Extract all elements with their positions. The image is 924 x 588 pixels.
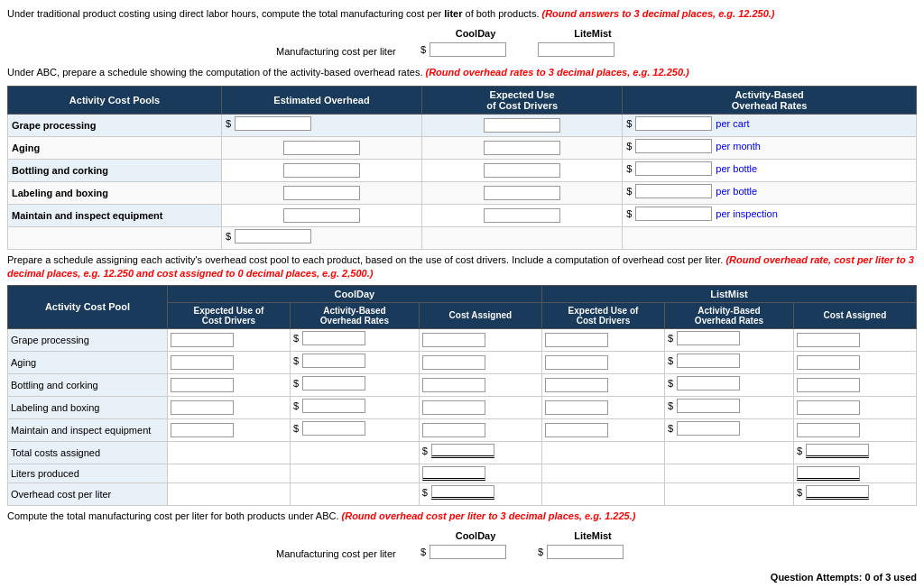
lm-cost-labeling-input[interactable] xyxy=(797,400,860,415)
litemist-header: LiteMist xyxy=(534,26,651,41)
abc-col2-header: Estimated Overhead xyxy=(221,86,421,114)
abc-total-input[interactable] xyxy=(235,229,311,243)
abc-rate-bottling: $ per bottle xyxy=(623,159,917,181)
lm-exp-use-maintain-input[interactable] xyxy=(545,423,608,437)
abc-rate-grape-input[interactable] xyxy=(635,116,712,131)
lm-total-cost-input[interactable] xyxy=(806,444,869,458)
cd-cost-aging xyxy=(419,351,541,373)
abc-exp-use-labeling-input[interactable] xyxy=(484,186,560,200)
cd-overhead-cost-input[interactable] xyxy=(431,485,494,500)
abc-rate-bottling-input[interactable] xyxy=(635,161,712,176)
intro-paragraph: Under traditional product costing using … xyxy=(7,7,917,21)
listmist-group-header: ListMist xyxy=(541,285,916,302)
abc-est-overhead-maintain-input[interactable] xyxy=(283,208,360,223)
lm-rate-aging-input[interactable] xyxy=(677,354,740,368)
cd-exp-use-aging-input[interactable] xyxy=(171,355,234,370)
sched-label-grape: Grape processing xyxy=(8,328,168,351)
cd-exp-use-aging xyxy=(167,351,290,373)
abc-est-overhead-grape-input[interactable] xyxy=(235,116,311,131)
cd-exp-use-labeling xyxy=(167,396,290,418)
cd-rate-bottling: $ xyxy=(290,373,419,396)
abc-exp-use-bottling-input[interactable] xyxy=(484,163,560,178)
final-litemist-input[interactable] xyxy=(547,545,624,559)
abc-rate-maintain-input[interactable] xyxy=(635,207,712,221)
lm-exp-use-bottling-input[interactable] xyxy=(545,378,608,392)
cd-cost-grape-input[interactable] xyxy=(422,333,485,347)
cd-exp-use-maintain-input[interactable] xyxy=(171,423,234,437)
final-table: CoolDay LiteMist Manufacturing cost per … xyxy=(273,528,651,565)
abc-exp-use-grape-input[interactable] xyxy=(484,118,560,133)
cd-cost-labeling-input[interactable] xyxy=(422,400,485,415)
cd-rate-labeling-input[interactable] xyxy=(302,399,365,413)
lm-cost-grape xyxy=(793,328,916,351)
cd-rate-grape-input[interactable] xyxy=(302,331,365,345)
cd-liters-input[interactable] xyxy=(422,466,485,481)
cd-cost-aging-input[interactable] xyxy=(422,355,485,370)
sched-row-aging: Aging $ $ xyxy=(8,351,917,373)
coolday-header: CoolDay xyxy=(417,26,534,41)
final-mfg-label: Manufacturing cost per liter xyxy=(273,543,417,565)
lm-exp-use-bottling xyxy=(541,373,664,396)
lm-overhead-cost: $ xyxy=(793,482,916,505)
sched-pool-header: Activity Cost Pool xyxy=(8,285,168,328)
abc-est-overhead-aging xyxy=(221,136,421,159)
sched-overhead-row: Overhead cost per liter $ $ xyxy=(8,482,917,505)
coolday-mfg-cost-input[interactable] xyxy=(430,42,506,57)
lm-cost-grape-input[interactable] xyxy=(797,333,860,347)
lm-total-cost: $ xyxy=(793,441,916,464)
sched-label-labeling: Labeling and boxing xyxy=(8,396,168,418)
lm-exp-use-grape-input[interactable] xyxy=(545,333,608,347)
lm-rate-bottling: $ xyxy=(665,373,794,396)
lm-liters-input[interactable] xyxy=(797,466,860,481)
lm-overhead-cost-input[interactable] xyxy=(806,485,869,500)
abc-est-overhead-bottling xyxy=(221,159,421,181)
mid-text-paragraph: Prepare a schedule assigning each activi… xyxy=(7,253,917,281)
sched-label-aging: Aging xyxy=(8,351,168,373)
activity-name-aging: Aging xyxy=(8,136,222,159)
lm-exp-use-aging-input[interactable] xyxy=(545,355,608,370)
cd-rate-maintain-input[interactable] xyxy=(302,421,365,436)
abc-exp-use-maintain-input[interactable] xyxy=(484,208,560,223)
lm-rate-grape-input[interactable] xyxy=(677,331,740,345)
abc-row-aging: Aging $ per month xyxy=(8,136,917,159)
abc-rate-labeling-input[interactable] xyxy=(635,184,712,198)
lm-cost-bottling xyxy=(793,373,916,396)
cd-exp-use-grape-input[interactable] xyxy=(171,333,234,347)
lm-rate-bottling-input[interactable] xyxy=(677,376,740,390)
cd-exp-use-labeling-input[interactable] xyxy=(171,400,234,415)
final-coolday-input[interactable] xyxy=(430,545,506,559)
cd-total-cost-input[interactable] xyxy=(431,444,494,458)
sched-liters-row: Liters produced xyxy=(8,464,917,482)
abc-rate-aging-input[interactable] xyxy=(635,139,712,153)
top-header-table: CoolDay LiteMist Manufacturing cost per … xyxy=(273,26,651,62)
cd-sub1: Expected Use ofCost Drivers xyxy=(167,302,290,328)
litemist-mfg-cost-input[interactable] xyxy=(538,42,614,57)
abc-exp-use-maintain xyxy=(422,204,623,226)
cd-rate-bottling-input[interactable] xyxy=(302,376,365,390)
abc-col1-header: Activity Cost Pools xyxy=(8,86,222,114)
abc-est-overhead-bottling-input[interactable] xyxy=(283,163,360,178)
abc-exp-use-aging-input[interactable] xyxy=(484,141,560,155)
abc-total-row: $ xyxy=(8,226,917,249)
cd-cost-bottling-input[interactable] xyxy=(422,378,485,392)
lm-rate-labeling-input[interactable] xyxy=(677,399,740,413)
abc-row-maintain: Maintain and inspect equipment $ per ins… xyxy=(8,204,917,226)
cd-rate-aging-input[interactable] xyxy=(302,354,365,368)
lm-rate-maintain-input[interactable] xyxy=(677,421,740,436)
abc-est-overhead-maintain xyxy=(221,204,421,226)
abc-intro-text: Under ABC, prepare a schedule showing th… xyxy=(7,66,917,79)
final-coolday-row: $ xyxy=(420,545,531,559)
lm-exp-use-labeling-input[interactable] xyxy=(545,400,608,415)
lm-cost-bottling-input[interactable] xyxy=(797,378,860,392)
abc-est-overhead-aging-input[interactable] xyxy=(283,141,360,155)
lm-liters xyxy=(793,464,916,482)
lm-cost-aging-input[interactable] xyxy=(797,355,860,370)
abc-col4-header: Activity-BasedOverhead Rates xyxy=(623,86,917,114)
cd-exp-use-bottling-input[interactable] xyxy=(171,378,234,392)
lm-cost-maintain-input[interactable] xyxy=(797,423,860,437)
lm-cost-aging xyxy=(793,351,916,373)
abc-est-overhead-labeling-input[interactable] xyxy=(283,186,360,200)
cd-sub3: Cost Assigned xyxy=(419,302,541,328)
cd-cost-maintain-input[interactable] xyxy=(422,423,485,437)
abc-overhead-table: Activity Cost Pools Estimated Overhead E… xyxy=(7,86,917,250)
